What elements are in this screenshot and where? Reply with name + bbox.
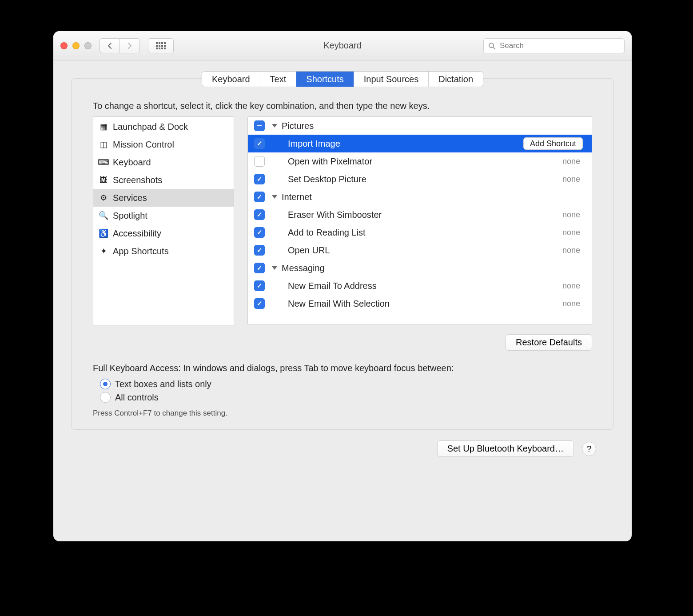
disclosure-triangle-icon[interactable]	[272, 124, 277, 128]
svg-rect-7	[164, 45, 166, 47]
full-keyboard-access: Full Keyboard Access: In windows and dia…	[72, 351, 613, 418]
sidebar-item-mission-control[interactable]: ◫ Mission Control	[93, 136, 234, 153]
checkbox[interactable]	[254, 156, 265, 167]
checkbox[interactable]	[254, 192, 265, 202]
close-icon[interactable]	[60, 42, 68, 49]
category-sidebar[interactable]: ▦ Launchpad & Dock ◫ Mission Control ⌨ K…	[93, 116, 234, 325]
add-shortcut-button[interactable]: Add Shortcut	[523, 137, 583, 150]
tab-text[interactable]: Text	[260, 72, 297, 87]
search-input[interactable]	[499, 41, 620, 51]
titlebar: Keyboard	[53, 31, 632, 60]
svg-rect-8	[156, 48, 158, 49]
shortcut-value[interactable]: none	[562, 157, 585, 166]
tree-group-pictures[interactable]: Pictures	[248, 117, 592, 135]
checkbox[interactable]	[254, 245, 265, 256]
instruction-text: To change a shortcut, select it, click t…	[72, 95, 613, 116]
forward-button[interactable]	[119, 38, 140, 53]
tree-item-label: Import Image	[288, 139, 340, 149]
chevron-left-icon	[107, 43, 112, 49]
spotlight-icon: 🔍	[99, 211, 108, 220]
tree-group-messaging[interactable]: Messaging	[248, 259, 592, 277]
sidebar-item-services[interactable]: ⚙ Services	[93, 189, 234, 207]
shortcut-value[interactable]: none	[562, 281, 585, 291]
shortcut-value[interactable]: none	[562, 299, 585, 308]
checkbox[interactable]	[254, 227, 265, 238]
setup-bluetooth-keyboard-button[interactable]: Set Up Bluetooth Keyboard…	[437, 440, 574, 457]
svg-rect-3	[164, 42, 166, 44]
footer: Set Up Bluetooth Keyboard… ?	[71, 430, 614, 457]
back-button[interactable]	[100, 38, 119, 53]
sidebar-item-label: Launchpad & Dock	[113, 122, 188, 132]
disclosure-triangle-icon[interactable]	[272, 266, 277, 270]
tree-item-eraser-simbooster[interactable]: Eraser With Simbooster none	[248, 206, 592, 224]
fka-hint: Press Control+F7 to change this setting.	[93, 409, 592, 418]
sidebar-item-accessibility[interactable]: ♿ Accessibility	[93, 224, 234, 242]
tree-item-import-image[interactable]: Import Image Add Shortcut	[248, 135, 592, 152]
svg-rect-4	[156, 45, 158, 47]
services-tree[interactable]: Pictures Import Image Add Shortcut Open …	[247, 116, 592, 324]
mission-control-icon: ◫	[99, 140, 108, 149]
tab-shortcuts[interactable]: Shortcuts	[296, 72, 354, 87]
checkbox[interactable]	[254, 263, 265, 273]
minimize-icon[interactable]	[72, 42, 80, 49]
tree-group-internet[interactable]: Internet	[248, 188, 592, 206]
shortcut-value[interactable]: none	[562, 175, 585, 184]
disclosure-triangle-icon[interactable]	[272, 195, 277, 199]
tab-dictation[interactable]: Dictation	[429, 72, 483, 87]
shortcut-value[interactable]: none	[562, 228, 585, 237]
radio-indicator[interactable]	[100, 379, 111, 389]
checkbox-mixed[interactable]	[254, 120, 265, 131]
chevron-right-icon	[127, 43, 132, 49]
zoom-icon	[84, 42, 92, 49]
svg-rect-5	[159, 45, 160, 47]
checkbox[interactable]	[254, 280, 265, 291]
tab-keyboard[interactable]: Keyboard	[202, 72, 260, 87]
sidebar-item-label: Mission Control	[113, 140, 174, 150]
sidebar-item-keyboard[interactable]: ⌨ Keyboard	[93, 153, 234, 171]
tree-item-open-pixelmator[interactable]: Open with Pixelmator none	[248, 152, 592, 170]
window-controls	[60, 42, 92, 49]
svg-rect-10	[161, 48, 163, 49]
svg-rect-6	[161, 45, 163, 47]
radio-indicator[interactable]	[100, 392, 111, 403]
tree-item-open-url[interactable]: Open URL none	[248, 241, 592, 259]
sidebar-item-launchpad-dock[interactable]: ▦ Launchpad & Dock	[93, 118, 234, 136]
tab-bar: Keyboard Text Shortcuts Input Sources Di…	[202, 71, 483, 87]
svg-rect-1	[159, 42, 160, 44]
help-button[interactable]: ?	[582, 442, 596, 456]
sidebar-item-label: Accessibility	[113, 228, 161, 239]
sidebar-item-label: App Shortcuts	[113, 246, 169, 256]
sidebar-item-label: Services	[113, 193, 147, 203]
checkbox[interactable]	[254, 174, 265, 184]
checkbox[interactable]	[254, 298, 265, 309]
tree-item-new-email-selection[interactable]: New Email With Selection none	[248, 295, 592, 312]
tree-group-label: Messaging	[282, 263, 325, 273]
tree-item-set-desktop-picture[interactable]: Set Desktop Picture none	[248, 170, 592, 188]
tree-item-label: Eraser With Simbooster	[288, 210, 382, 220]
show-all-button[interactable]	[148, 38, 174, 53]
lists-area: ▦ Launchpad & Dock ◫ Mission Control ⌨ K…	[72, 116, 613, 325]
shortcut-value[interactable]: none	[562, 210, 585, 220]
radio-text-boxes-only[interactable]: Text boxes and lists only	[100, 379, 592, 389]
svg-rect-11	[164, 48, 166, 49]
tab-input-sources[interactable]: Input Sources	[354, 72, 429, 87]
shortcut-value[interactable]: none	[562, 246, 585, 255]
sidebar-item-spotlight[interactable]: 🔍 Spotlight	[93, 207, 234, 224]
tree-item-label: New Email With Selection	[288, 299, 390, 309]
sidebar-item-screenshots[interactable]: 🖼 Screenshots	[93, 171, 234, 189]
services-icon: ⚙	[99, 193, 108, 203]
checkbox[interactable]	[254, 209, 265, 220]
tree-item-add-reading-list[interactable]: Add to Reading List none	[248, 224, 592, 241]
screenshots-icon: 🖼	[99, 175, 108, 185]
preferences-window: Keyboard Keyboard Text Shortcuts Input S…	[53, 31, 632, 541]
tree-item-label: Open with Pixelmator	[288, 156, 372, 167]
fka-heading: Full Keyboard Access: In windows and dia…	[93, 363, 592, 373]
checkbox[interactable]	[254, 138, 265, 149]
radio-all-controls[interactable]: All controls	[100, 392, 592, 403]
search-field[interactable]	[483, 38, 625, 53]
sidebar-item-app-shortcuts[interactable]: ✦ App Shortcuts	[93, 242, 234, 260]
svg-rect-9	[159, 48, 160, 49]
tree-item-new-email-address[interactable]: New Email To Address none	[248, 277, 592, 295]
tree-group-label: Internet	[282, 192, 312, 202]
restore-defaults-button[interactable]: Restore Defaults	[506, 334, 592, 351]
